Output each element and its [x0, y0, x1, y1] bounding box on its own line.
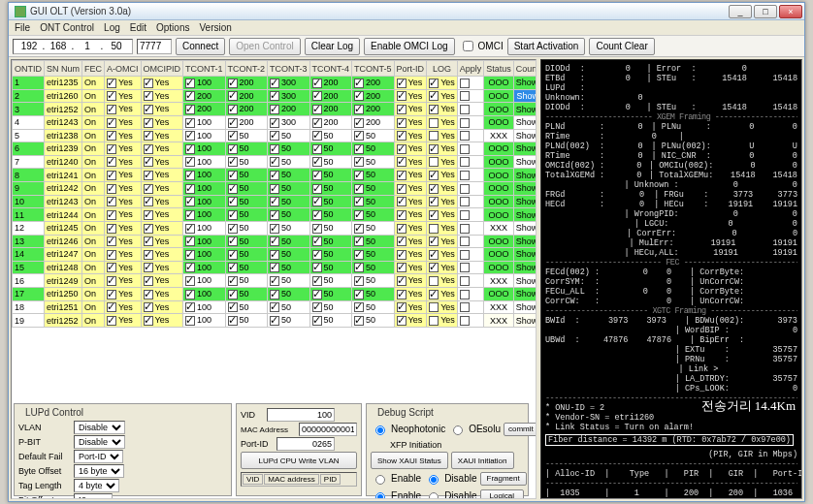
ont-grid[interactable]: ONTIDSN NumFECA-OMCIOMCIPIDTCONT-1TCONT-… — [11, 59, 537, 499]
mac-input[interactable] — [299, 423, 357, 436]
tab-mac[interactable]: MAC address — [264, 474, 318, 485]
col-header[interactable]: TCONT-5 — [352, 61, 395, 77]
menu-edit[interactable]: Edit — [130, 22, 146, 33]
start-activation-button[interactable]: Start Activation — [507, 38, 586, 55]
fragment-button[interactable]: Fragment — [480, 472, 527, 486]
table-row[interactable]: 1etri1235OnYesYes100200300200200YesYesOO… — [13, 77, 537, 90]
maximize-button[interactable]: □ — [754, 5, 777, 18]
table-row[interactable]: 11etri1244OnYesYes10050505050YesYesOOOSh… — [13, 208, 537, 222]
table-row[interactable]: 18etri1251OnYesYes10050505050YesYesXXXSh… — [13, 300, 537, 314]
col-header[interactable]: TCONT-1 — [183, 61, 226, 77]
table-row[interactable]: 19etri1252OnYesYes10050505050YesYesXXXSh… — [13, 314, 537, 328]
menu-options[interactable]: Options — [156, 22, 189, 33]
table-row[interactable]: 15etri1248OnYesYes10050505050YesYesOOOSh… — [13, 261, 537, 274]
logical-reach-button[interactable]: Logical reach — [480, 489, 525, 500]
disable-radio-2[interactable] — [429, 490, 439, 499]
col-header[interactable]: TCONT-2 — [225, 61, 268, 77]
port-input[interactable] — [137, 39, 172, 54]
tab-pid[interactable]: PID — [320, 474, 341, 485]
table-row[interactable]: 3etri1252OnYesYes200200200200200YesYesOO… — [13, 103, 537, 116]
lupd-panel: LUPd Control VLANDisable P-BITDisable De… — [14, 403, 232, 496]
omci-checkbox[interactable]: OMCI — [459, 38, 504, 54]
fiber-distance-highlight: Fiber distance = 14392 m (RTD: 0x7ab72 /… — [545, 434, 794, 446]
col-header[interactable]: Status — [484, 61, 514, 77]
menubar: File ONT Control Log Edit Options Versio… — [9, 20, 804, 36]
col-header[interactable]: TCONT-3 — [268, 61, 310, 77]
col-header[interactable]: OMCIPID — [141, 61, 183, 77]
table-row[interactable]: 12etri1245OnYesYes10050505050YesYesXXXSh… — [13, 221, 537, 235]
distance-overlay: 전송거리 14.4Km — [701, 401, 797, 411]
debug-panel: Debug Script Neophotonic OEsolu commit X… — [366, 403, 529, 496]
col-header[interactable]: Count — [513, 61, 537, 77]
col-header[interactable]: A-OMCI — [105, 61, 142, 77]
table-row[interactable]: 13etri1246OnYesYes10050505050YesYesOOOSh… — [13, 235, 537, 248]
col-header[interactable]: LOG — [427, 61, 458, 77]
table-row[interactable]: 5etri1238OnYesYes10050505050YesYesXXXSho… — [13, 129, 537, 142]
col-header[interactable]: Apply — [457, 61, 484, 77]
tab-vid[interactable]: VID — [243, 474, 263, 485]
toolbar: 192. 168. 1. 50 Connect Open Control Cle… — [9, 36, 804, 57]
table-row[interactable]: 17etri1250OnYesYes10050505050YesYesOOOSh… — [13, 288, 537, 301]
pbit-select[interactable]: Disable — [74, 435, 125, 449]
commit-button[interactable]: commit — [504, 423, 537, 436]
bitoff-input[interactable] — [74, 493, 113, 499]
menu-file[interactable]: File — [15, 22, 30, 33]
table-row[interactable]: 2etri1260OnYesYes200200300200200YesYesOO… — [13, 89, 537, 103]
taglen-select[interactable]: 4 byte — [74, 479, 119, 492]
minimize-button[interactable]: _ — [729, 5, 752, 18]
lupd-right-panel: VID MAC Address Port-ID LUPd CPU Write V… — [236, 403, 362, 496]
deffail-select[interactable]: Port-ID — [74, 450, 123, 463]
enable-radio-1[interactable] — [375, 473, 385, 487]
neophotonic-radio[interactable] — [375, 424, 385, 437]
table-row[interactable]: 6etri1239OnYesYes10050505050YesYesOOOSho… — [13, 142, 537, 156]
xaui-init-button[interactable]: XAUI Initiation — [451, 452, 514, 469]
window-title: GUI OLT (Version 3.0a) — [30, 6, 131, 16]
close-button[interactable]: × — [779, 5, 802, 18]
ip-input[interactable]: 192. 168. 1. 50 — [13, 39, 133, 54]
table-row[interactable]: 9etri1242OnYesYes10050505050YesYesOOOSho… — [13, 182, 537, 196]
clear-log-button[interactable]: Clear Log — [305, 38, 360, 55]
col-header[interactable]: FEC — [82, 61, 105, 77]
app-icon — [15, 6, 26, 17]
show-xaui-button[interactable]: Show XAUI Status — [371, 452, 448, 469]
count-clear-button[interactable]: Count Clear — [589, 38, 654, 55]
enable-omci-log-button[interactable]: Enable OMCI Log — [364, 38, 455, 55]
titlebar[interactable]: GUI OLT (Version 3.0a) _ □ × — [9, 3, 804, 20]
byteoff-select[interactable]: 16 byte — [74, 464, 124, 478]
xfp-initiation-label: XFP Initiation — [390, 440, 524, 450]
enable-radio-2[interactable] — [375, 490, 385, 499]
terminal-panel[interactable]: DIODd : 0| Error : 0 ETBd : 0| STEu : 15… — [540, 59, 802, 499]
menu-ont-control[interactable]: ONT Control — [40, 22, 94, 33]
table-row[interactable]: 16etri1249OnYesYes10050505050YesYesXXXSh… — [13, 274, 537, 288]
table-row[interactable]: 14etri1247OnYesYes10050505050YesYesOOOSh… — [13, 248, 537, 262]
vlan-select[interactable]: Disable — [74, 421, 125, 434]
lupd-write-button[interactable]: LUPd CPU Write VLAN — [241, 452, 357, 469]
disable-radio-1[interactable] — [429, 473, 439, 487]
connect-button[interactable]: Connect — [176, 38, 225, 55]
main-window: GUI OLT (Version 3.0a) _ □ × File ONT Co… — [8, 2, 805, 502]
menu-version[interactable]: Version — [199, 22, 231, 33]
port-id-input[interactable] — [276, 437, 335, 451]
table-row[interactable]: 8etri1241OnYesYes10050505050YesYesOOOSho… — [13, 169, 537, 182]
open-control-button[interactable]: Open Control — [229, 38, 300, 55]
oesolu-radio[interactable] — [453, 424, 463, 437]
vid-input[interactable] — [267, 408, 335, 422]
col-header[interactable]: ONTID — [13, 61, 45, 77]
table-row[interactable]: 10etri1243OnYesYes10050505050YesYesOOOSh… — [13, 195, 537, 208]
menu-log[interactable]: Log — [104, 22, 120, 33]
table-row[interactable]: 4etri1243OnYesYes100200300200200YesYesOO… — [13, 115, 537, 129]
col-header[interactable]: TCONT-4 — [309, 61, 352, 77]
bottom-panels: EC ON 4086 Reset LUPd Control VLANDisabl… — [12, 401, 537, 498]
table-row[interactable]: 7etri1240OnYesYes10050505050YesYesOOOSho… — [13, 155, 537, 169]
col-header[interactable]: Port-ID — [394, 61, 427, 77]
col-header[interactable]: SN Num — [45, 61, 82, 77]
